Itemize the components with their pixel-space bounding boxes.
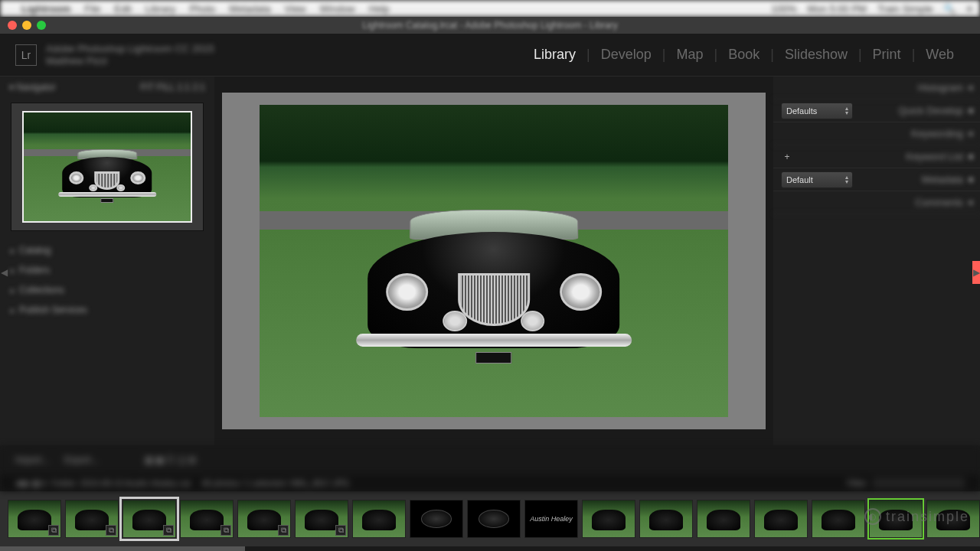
left-panel-sections: Catalog Folders Collections Publish Serv… — [0, 236, 214, 445]
selection-count: 40 photos / 1 selected / IMG_3817.JPG — [202, 478, 350, 487]
module-map[interactable]: Map — [665, 47, 714, 63]
watermark-logo-icon: ◐ — [864, 508, 881, 525]
panel-comments[interactable]: Comments◀ — [773, 191, 980, 214]
menubar-user[interactable]: Train Simple — [877, 3, 933, 15]
metadata-set-dropdown[interactable]: Default▴▾ — [781, 171, 853, 188]
image-canvas[interactable] — [222, 93, 766, 429]
filmstrip-info-bar: ◀ ▶ ▦ ▾ Folder: 2015-08-15 Austin Healey… — [0, 474, 980, 491]
close-window-button[interactable] — [8, 21, 17, 30]
navigator-label: Navigator — [16, 82, 55, 93]
window-titlebar: Lightroom Catalog.lrcat - Adobe Photosho… — [0, 17, 980, 34]
thumbnail-badge-icon: ⧉ — [106, 525, 116, 536]
spotlight-icon[interactable]: 🔍 — [943, 3, 956, 15]
main-photo — [260, 105, 728, 417]
thumbnail-badge-icon: ⧉ — [220, 525, 231, 536]
menu-help[interactable]: Help — [369, 3, 390, 15]
filmstrip[interactable]: ⧉⧉⧉⧉⧉⧉Austin Healey — [0, 491, 980, 546]
module-slideshow[interactable]: Slideshow — [774, 47, 858, 63]
module-library[interactable]: Library — [523, 47, 586, 63]
identity-plate: Adobe Photoshop Lightroom CC 2015 Matthe… — [46, 43, 214, 67]
filmstrip-thumbnail[interactable] — [639, 500, 693, 538]
module-develop[interactable]: Develop — [590, 47, 662, 63]
panel-quick-develop[interactable]: Defaults▴▾ Quick Develop◀ — [773, 99, 980, 122]
menu-file[interactable]: File — [84, 3, 100, 15]
panel-folders[interactable]: Folders — [11, 260, 204, 280]
thumbnail-badge-icon: ⧉ — [163, 525, 174, 536]
filmstrip-thumbnail[interactable] — [352, 500, 406, 538]
panel-keywording[interactable]: Keywording◀ — [773, 122, 980, 145]
menu-window[interactable]: Window — [320, 3, 355, 15]
loupe-view — [214, 77, 773, 445]
watermark: ◐ trainsimple — [864, 508, 969, 525]
minimize-window-button[interactable] — [22, 21, 31, 30]
thumbnail-badge-icon: ⧉ — [48, 525, 59, 536]
filmstrip-thumbnail[interactable]: ⧉ — [65, 500, 119, 538]
filmstrip-thumbnail[interactable] — [582, 500, 635, 538]
thumbnail-badge-icon: ⧉ — [278, 525, 289, 536]
filmstrip-thumbnail[interactable]: ⧉ — [295, 500, 348, 538]
panel-histogram[interactable]: Histogram◀ — [773, 77, 980, 99]
export-button[interactable]: Export... — [64, 455, 99, 465]
menu-metadata[interactable]: Metadata — [229, 3, 270, 15]
filmstrip-thumbnail[interactable]: ⧉ — [122, 500, 176, 538]
right-panel-toggle[interactable]: ▶ — [972, 261, 980, 284]
menu-photo[interactable]: Photo — [189, 3, 215, 15]
filmstrip-thumbnail[interactable]: ⧉ — [180, 500, 234, 538]
module-picker: Library| Develop| Map| Book| Slideshow| … — [523, 47, 965, 63]
panel-keyword-list[interactable]: + Keyword List◀ — [773, 145, 980, 168]
add-keyword-button[interactable]: + — [781, 151, 793, 163]
left-panel: ▾ Navigator FIT FILL 1:1 2:1 Catalog Fol… — [0, 77, 214, 445]
filmstrip-thumbnail[interactable] — [410, 500, 463, 538]
module-print[interactable]: Print — [862, 47, 912, 63]
panel-collections[interactable]: Collections — [11, 280, 204, 300]
window-title: Lightroom Catalog.lrcat - Adobe Photosho… — [362, 20, 618, 31]
menubar-notifications-icon[interactable]: ≡ — [966, 3, 972, 15]
menu-edit[interactable]: Edit — [114, 3, 131, 15]
app-menu[interactable]: Lightroom — [21, 3, 70, 15]
lightroom-logo-icon: Lr — [15, 44, 37, 66]
thumbnail-badge-icon: ⧉ — [335, 525, 346, 536]
source-indicator[interactable]: Folder: 2015-08-15 Austin Healey car — [51, 478, 191, 487]
module-web[interactable]: Web — [915, 47, 965, 63]
navigator-zoom-labels[interactable]: FIT FILL 1:1 2:1 — [140, 82, 205, 93]
main-area: ◀ ▶ ▾ Navigator FIT FILL 1:1 2:1 Catalog… — [0, 77, 980, 445]
panel-catalog[interactable]: Catalog — [11, 240, 204, 260]
saved-preset-dropdown[interactable]: Defaults▴▾ — [781, 103, 853, 119]
filmstrip-scrollbar[interactable] — [0, 546, 980, 551]
secondary-toolbar: Import... Export... ▦ ▣ ☷ ◫ ⊞ — [0, 445, 980, 474]
filmstrip-thumbnail[interactable] — [812, 500, 865, 538]
panel-publish-services[interactable]: Publish Services — [11, 300, 204, 320]
right-panel: Histogram◀ Defaults▴▾ Quick Develop◀ Key… — [773, 77, 980, 445]
filmstrip-thumbnail[interactable]: ⧉ — [8, 500, 61, 538]
menu-library[interactable]: Library — [145, 3, 176, 15]
import-button[interactable]: Import... — [15, 455, 49, 465]
filmstrip-thumbnail[interactable] — [467, 500, 521, 538]
filmstrip-thumbnail[interactable] — [754, 500, 808, 538]
filmstrip-thumbnail[interactable]: ⧉ — [237, 500, 291, 538]
filter-preset-dropdown[interactable] — [873, 478, 965, 488]
navigator-preview[interactable] — [22, 111, 192, 223]
mac-menubar: Lightroom File Edit Library Photo Metada… — [0, 0, 980, 17]
menubar-clock[interactable]: Mon 5:00 PM — [808, 3, 867, 15]
panel-metadata[interactable]: Default▴▾ Metadata◀ — [773, 168, 980, 191]
app-header: Lr Adobe Photoshop Lightroom CC 2015 Mat… — [0, 34, 980, 77]
zoom-window-button[interactable] — [37, 21, 46, 30]
left-panel-toggle[interactable]: ◀ — [0, 261, 8, 284]
filmstrip-thumbnail[interactable]: Austin Healey — [524, 500, 578, 538]
menu-view[interactable]: View — [285, 3, 306, 15]
module-book[interactable]: Book — [717, 47, 770, 63]
menubar-status-1[interactable]: 100% — [771, 3, 796, 15]
filmstrip-thumbnail[interactable] — [697, 500, 750, 538]
filter-label: Filter: — [848, 478, 869, 487]
